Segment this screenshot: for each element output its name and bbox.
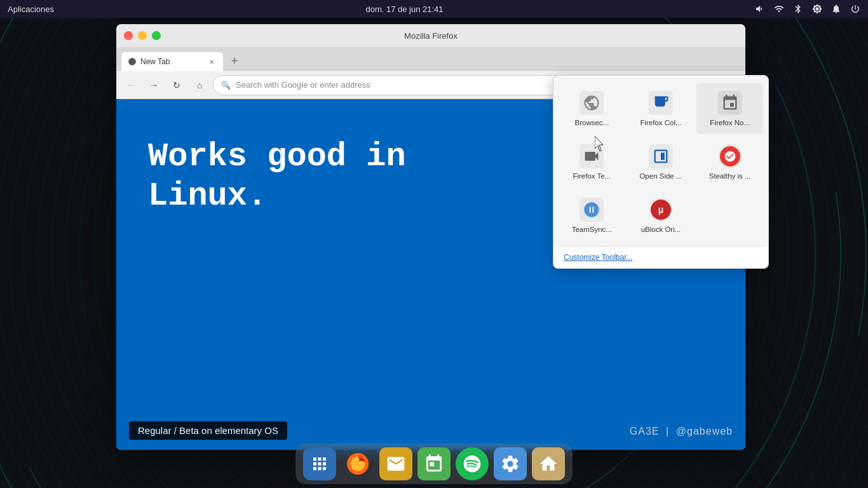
open-side-icon (649, 144, 673, 168)
tab-bar: New Tab ✕ + (116, 47, 745, 71)
browsec-icon (580, 91, 604, 115)
taskbar (295, 444, 573, 484)
address-text: Search with Google or enter address (236, 80, 370, 90)
back-button[interactable]: ← (121, 76, 140, 95)
volume-icon[interactable] (755, 4, 765, 14)
dock-item-appgrid[interactable] (303, 447, 336, 480)
forward-button[interactable]: → (144, 76, 163, 95)
notifications-icon[interactable] (831, 4, 841, 14)
brand-name: GA3E (630, 426, 660, 437)
firefox-te-icon (580, 144, 604, 168)
firefox-icon (346, 452, 370, 476)
settings-icon (500, 454, 520, 474)
page-text-line2: Linux. (148, 177, 267, 215)
page-footer: Regular / Beta on elementary OS GA3E | @… (116, 421, 745, 440)
datetime: dom. 17 de jun 21:41 (365, 4, 443, 14)
firefox-no-icon (718, 91, 742, 115)
brightness-icon[interactable] (812, 4, 822, 14)
firefox-col-icon (649, 91, 673, 115)
firefox-col-label: Firefox Col... (640, 119, 681, 126)
system-bar: Aplicaciones dom. 17 de jun 21:41 (0, 0, 868, 18)
footer-brand: GA3E | @gabeweb (630, 423, 733, 438)
mail-icon (386, 454, 406, 474)
customize-toolbar-link[interactable]: Customize Toolbar... (553, 247, 768, 268)
title-bar: Mozilla Firefox (116, 24, 745, 47)
page-text: Works good in Linux. (148, 137, 406, 217)
open-side-label: Open Side ... (639, 172, 682, 180)
dock-item-calendar[interactable] (417, 447, 451, 480)
ublock-icon: μ (649, 198, 673, 222)
stealthy-label: Stealthy is ... (709, 172, 751, 180)
teamsync-label: TeamSync... (572, 226, 612, 233)
window-controls (124, 31, 161, 40)
close-button[interactable] (124, 31, 133, 40)
reload-button[interactable]: ↻ (167, 76, 186, 95)
extension-firefox-te[interactable]: Firefox Te... (559, 137, 625, 187)
page-text-line1: Works good in (148, 138, 406, 175)
brand-handle: @gabeweb (676, 426, 733, 437)
extension-teamsync[interactable]: TeamSync... (559, 190, 625, 241)
browsec-label: Browsec... (574, 119, 609, 126)
active-tab[interactable]: New Tab ✕ (121, 52, 223, 71)
extensions-grid: Browsec... Firefox Col... Firefox No... … (553, 76, 768, 246)
files-icon (538, 454, 559, 474)
home-button[interactable]: ⌂ (190, 76, 209, 95)
tab-close-button[interactable]: ✕ (207, 57, 217, 67)
network-icon[interactable] (774, 4, 784, 14)
extension-firefox-col[interactable]: Firefox Col... (628, 83, 695, 134)
teamsync-icon (580, 198, 604, 222)
extension-ublock[interactable]: μ uBlock Ori... (628, 190, 695, 241)
maximize-button[interactable] (152, 31, 161, 40)
stealthy-icon (718, 144, 742, 168)
firefox-te-label: Firefox Te... (573, 172, 611, 180)
minimize-button[interactable] (138, 31, 147, 40)
extension-open-side[interactable]: Open Side ... (628, 137, 695, 187)
firefox-no-label: Firefox No... (710, 119, 750, 126)
window-title: Mozilla Firefox (404, 31, 458, 41)
new-tab-button[interactable]: + (226, 52, 243, 70)
ublock-label: uBlock Ori... (641, 226, 681, 233)
footer-label: Regular / Beta on elementary OS (129, 421, 287, 440)
appgrid-icon (310, 454, 329, 473)
extension-firefox-no[interactable]: Firefox No... (696, 83, 763, 134)
tab-favicon (128, 57, 137, 66)
dock-item-firefox[interactable] (341, 447, 374, 480)
power-icon[interactable] (850, 4, 860, 14)
app-menu[interactable]: Aplicaciones (8, 4, 54, 14)
system-bar-right (755, 4, 860, 14)
search-icon: 🔍 (221, 81, 231, 90)
spotify-icon (462, 454, 482, 474)
bluetooth-icon[interactable] (793, 4, 803, 14)
extension-browsec[interactable]: Browsec... (559, 83, 625, 134)
extension-stealthy[interactable]: Stealthy is ... (696, 137, 763, 187)
brand-separator: | (666, 426, 669, 437)
dock-item-mail[interactable] (379, 447, 412, 480)
calendar-icon (424, 454, 444, 474)
dock-item-spotify[interactable] (456, 447, 489, 480)
dock-item-files[interactable] (532, 447, 565, 480)
dock-item-settings[interactable] (494, 447, 527, 480)
system-bar-left: Aplicaciones (8, 4, 54, 14)
extensions-dropdown: Browsec... Firefox Col... Firefox No... … (553, 75, 769, 269)
system-bar-center: dom. 17 de jun 21:41 (365, 4, 443, 14)
tab-label: New Tab (140, 57, 170, 66)
